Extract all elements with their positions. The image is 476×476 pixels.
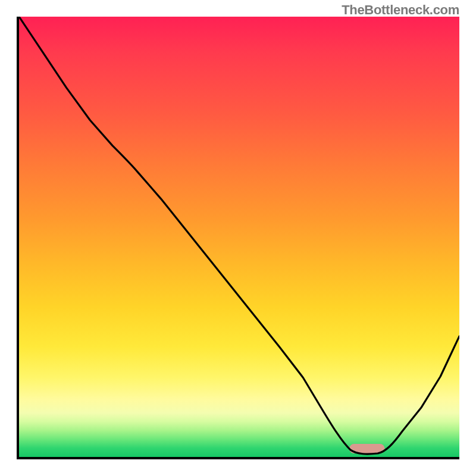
bottleneck-curve: [19, 17, 459, 454]
plot-area: [17, 17, 459, 459]
attribution-text: TheBottleneck.com: [342, 2, 459, 18]
bottleneck-chart: TheBottleneck.com: [0, 0, 476, 476]
curve-layer: [19, 17, 459, 457]
